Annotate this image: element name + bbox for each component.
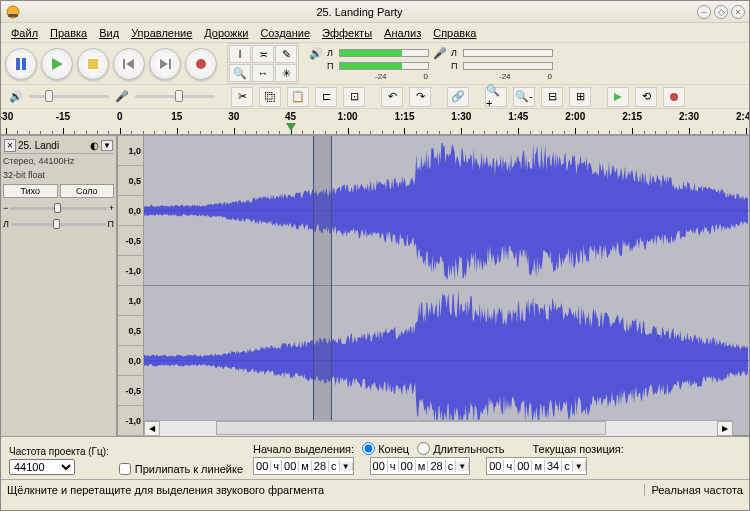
silence-button[interactable]: ⊡ (343, 87, 365, 107)
svg-rect-5 (88, 59, 98, 69)
channel-left[interactable] (144, 136, 749, 286)
trim-button[interactable]: ⊏ (315, 87, 337, 107)
scroll-left-button[interactable]: ◀ (144, 421, 160, 436)
track-name[interactable]: 25. Landi (18, 140, 88, 151)
track-bitdepth: 32-bit float (3, 168, 114, 182)
audio-position-time[interactable]: 00ч00м34с▼ (486, 457, 587, 475)
pause-button[interactable] (5, 48, 37, 80)
gain-slider[interactable]: −+ (3, 203, 114, 213)
selection-end-time[interactable]: 00ч00м28с▼ (370, 457, 471, 475)
copy-button[interactable]: ⿻ (259, 87, 281, 107)
tool-palette: I ≍ ✎ 🔍 ↔ ✳ (227, 43, 299, 84)
link-button[interactable]: 🔗 (447, 87, 469, 107)
paste-button[interactable]: 📋 (287, 87, 309, 107)
fit-project-button[interactable]: ⊞ (569, 87, 591, 107)
record-button[interactable] (185, 48, 217, 80)
fit-selection-button[interactable]: ⊟ (541, 87, 563, 107)
svg-rect-9 (169, 59, 171, 69)
status-rate: Реальная частота (644, 484, 743, 496)
waveform-view[interactable]: 1,00,50,0-0,5-1,0 1,00,50,0-0,5-1,0 ◀ ▶ (118, 136, 749, 436)
loop-play-button[interactable]: ⟲ (635, 87, 657, 107)
status-message: Щёлкните и перетащите для выделения звук… (7, 484, 644, 496)
app-icon (5, 4, 21, 20)
solo-button[interactable]: Соло (60, 184, 115, 198)
amplitude-scale: 1,00,50,0-0,5-1,0 1,00,50,0-0,5-1,0 (118, 136, 144, 436)
svg-rect-3 (22, 58, 26, 70)
menu-tracks[interactable]: Дорожки (198, 25, 254, 41)
append-record-button[interactable] (663, 87, 685, 107)
transport-toolbar: I ≍ ✎ 🔍 ↔ ✳ 🔊Л П -240 🎤Л П -240 (1, 43, 749, 85)
menu-analyze[interactable]: Анализ (378, 25, 427, 41)
record-meter: 🎤Л П -240 (433, 46, 553, 81)
menu-help[interactable]: Справка (427, 25, 482, 41)
end-radio[interactable]: Конец (362, 442, 409, 455)
svg-rect-6 (123, 59, 125, 69)
window-title: 25. Landing Party (25, 6, 694, 18)
track-dropdown[interactable]: ▼ (101, 140, 113, 151)
pan-slider[interactable]: ЛП (3, 219, 114, 229)
channel-right[interactable] (144, 286, 749, 436)
speaker-icon: 🔊 (309, 46, 323, 60)
mic-icon: 🎤 (433, 46, 447, 60)
menu-generate[interactable]: Создание (254, 25, 316, 41)
close-button[interactable]: × (731, 5, 745, 19)
zoom-tool[interactable]: 🔍 (229, 64, 251, 82)
redo-button[interactable]: ↷ (409, 87, 431, 107)
selection-start-time[interactable]: 00ч00м28с▼ (253, 457, 354, 475)
svg-point-10 (196, 59, 206, 69)
snap-checkbox[interactable] (119, 463, 131, 475)
horizontal-scrollbar[interactable]: ◀ ▶ (144, 420, 733, 436)
skip-end-button[interactable] (149, 48, 181, 80)
output-volume-slider[interactable] (29, 95, 109, 98)
selection-toolbar: Частота проекта (Гц): 44100 Прилипать к … (1, 437, 749, 479)
snap-label: Прилипать к линейке (135, 463, 243, 475)
statusbar: Щёлкните и перетащите для выделения звук… (1, 479, 749, 499)
timeshift-tool[interactable]: ↔ (252, 64, 274, 82)
speaker-icon: 🔊 (9, 90, 23, 103)
track-close-button[interactable]: × (4, 139, 16, 152)
menu-control[interactable]: Управление (125, 25, 198, 41)
play-button[interactable] (41, 48, 73, 80)
titlebar: 25. Landing Party − ◇ × (1, 1, 749, 23)
svg-marker-11 (614, 93, 622, 101)
zoom-out-button[interactable]: 🔍- (513, 87, 535, 107)
mute-button[interactable]: Тихо (3, 184, 58, 198)
track-area: × 25. Landi ◐ ▼ Стерео, 44100Hz 32-bit f… (1, 135, 749, 437)
menu-effects[interactable]: Эффекты (316, 25, 378, 41)
menu-file[interactable]: Файл (5, 25, 44, 41)
track-menu-icon: ◐ (90, 140, 99, 151)
input-volume-slider[interactable] (135, 95, 215, 98)
stop-button[interactable] (77, 48, 109, 80)
zoom-in-button[interactable]: 🔍+ (485, 87, 507, 107)
play-region-button[interactable] (607, 87, 629, 107)
multi-tool[interactable]: ✳ (275, 64, 297, 82)
scroll-right-button[interactable]: ▶ (717, 421, 733, 436)
skip-start-button[interactable] (113, 48, 145, 80)
menu-edit[interactable]: Правка (44, 25, 93, 41)
playback-meter: 🔊Л П -240 (309, 46, 429, 81)
selection-start-label: Начало выделения: (253, 443, 354, 455)
envelope-tool[interactable]: ≍ (252, 45, 274, 63)
length-radio[interactable]: Длительность (417, 442, 504, 455)
track-format: Стерео, 44100Hz (3, 154, 114, 168)
project-rate-select[interactable]: 44100 (9, 459, 75, 475)
maximize-button[interactable]: ◇ (714, 5, 728, 19)
minimize-button[interactable]: − (697, 5, 711, 19)
track-control-panel: × 25. Landi ◐ ▼ Стерео, 44100Hz 32-bit f… (1, 136, 118, 436)
svg-rect-1 (8, 14, 18, 17)
menu-view[interactable]: Вид (93, 25, 125, 41)
undo-button[interactable]: ↶ (381, 87, 403, 107)
svg-marker-4 (52, 58, 63, 70)
timeline-ruler[interactable]: -30-1501530451:001:151:301:452:002:152:3… (1, 109, 749, 135)
mic-icon: 🎤 (115, 90, 129, 103)
selection-tool[interactable]: I (229, 45, 251, 63)
cut-button[interactable]: ✂ (231, 87, 253, 107)
current-position-label: Текущая позиция: (532, 443, 623, 455)
svg-point-12 (670, 93, 678, 101)
svg-rect-2 (16, 58, 20, 70)
draw-tool[interactable]: ✎ (275, 45, 297, 63)
edit-toolbar: 🔊 🎤 ✂ ⿻ 📋 ⊏ ⊡ ↶ ↷ 🔗 🔍+ 🔍- ⊟ ⊞ ⟲ (1, 85, 749, 109)
menubar: Файл Правка Вид Управление Дорожки Созда… (1, 23, 749, 43)
project-rate-label: Частота проекта (Гц): (9, 446, 109, 457)
svg-marker-8 (160, 59, 168, 69)
